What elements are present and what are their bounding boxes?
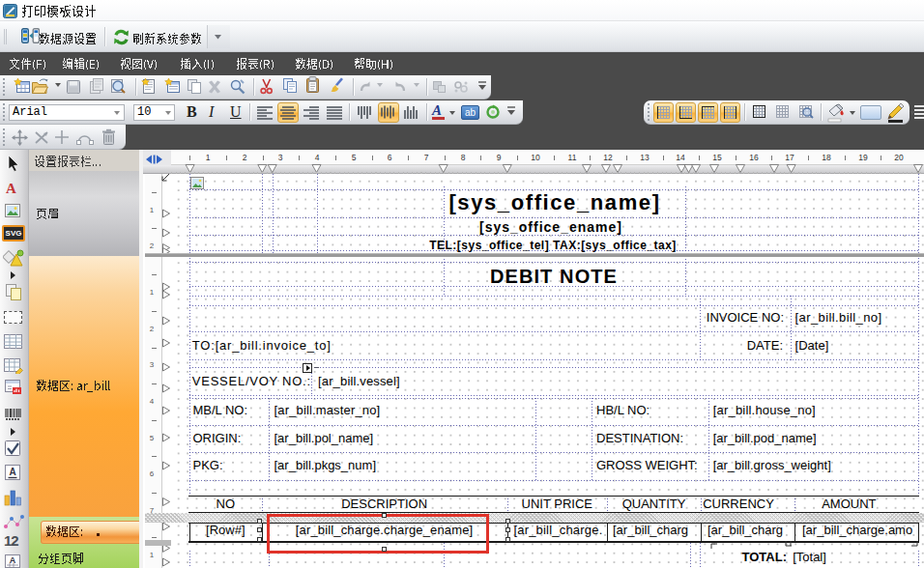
svg-text:A: A: [10, 555, 16, 565]
svg-text:A: A: [9, 467, 15, 477]
